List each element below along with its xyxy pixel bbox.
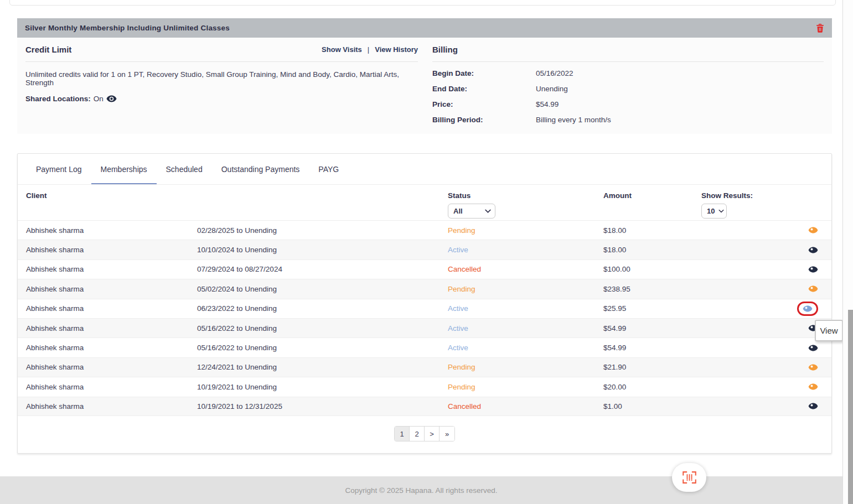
tab-payment-log[interactable]: Payment Log [27, 154, 91, 184]
status-text: Pending [448, 363, 603, 371]
membership-title: Silver Monthly Membership Including Unli… [25, 24, 230, 32]
status-text: Active [448, 344, 603, 352]
client-name: Abhishek sharma [26, 285, 197, 293]
status-text: Active [448, 324, 603, 332]
client-name: Abhishek sharma [26, 344, 197, 352]
view-eye-icon[interactable] [808, 266, 818, 273]
billing-label: Begin Date: [432, 69, 536, 77]
page-footer: Copyright © 2025 Hapana. All rights rese… [0, 476, 842, 504]
pagination-item-»[interactable]: » [440, 427, 454, 441]
membership-period: 05/16/2022 to Unending [197, 324, 448, 332]
billing-row: Begin Date:05/16/2022 [432, 69, 824, 77]
membership-row: Abhishek sharma10/19/2021 to 12/31/2025C… [18, 397, 831, 416]
amount-value: $238.95 [603, 285, 701, 293]
view-eye-icon[interactable] [808, 285, 818, 293]
billing-value: $54.99 [536, 100, 559, 108]
billing-heading: Billing [432, 45, 458, 54]
view-eye-icon[interactable] [808, 344, 818, 352]
amount-value: $54.99 [603, 324, 701, 332]
status-text: Pending [448, 285, 603, 293]
membership-row: Abhishek sharma10/10/2024 to UnendingAct… [18, 240, 831, 259]
billing-value: 05/16/2022 [536, 69, 573, 77]
amount-value: $25.95 [603, 304, 701, 313]
barcode-scan-button[interactable] [672, 463, 706, 492]
tab-bar: Payment LogMembershipsScheduledOutstandi… [18, 154, 831, 185]
billing-value: Billing every 1 month/s [536, 116, 611, 124]
tab-payg[interactable]: PAYG [309, 154, 348, 184]
client-name: Abhishek sharma [26, 324, 197, 332]
previous-card-edge [9, 0, 836, 6]
client-name: Abhishek sharma [26, 383, 197, 391]
view-eye-icon[interactable] [808, 226, 818, 234]
membership-row: Abhishek sharma02/28/2025 to UnendingPen… [18, 220, 831, 240]
view-eye-icon[interactable] [797, 302, 818, 316]
pagination-item-2[interactable]: 2 [410, 427, 425, 441]
memberships-table-card: Payment LogMembershipsScheduledOutstandi… [17, 153, 832, 454]
membership-period: 10/19/2021 to 12/31/2025 [197, 402, 448, 411]
vertical-scrollbar-thumb[interactable] [848, 310, 853, 504]
eye-icon[interactable] [106, 95, 117, 103]
tab-memberships[interactable]: Memberships [91, 154, 157, 184]
billing-value: Unending [536, 85, 568, 93]
amount-value: $54.99 [603, 344, 701, 352]
credit-limit-section: Credit Limit Show Visits | View History … [25, 38, 418, 124]
link-separator: | [368, 45, 369, 54]
show-visits-link[interactable]: Show Visits [322, 45, 362, 54]
tab-scheduled[interactable]: Scheduled [157, 154, 212, 184]
shared-locations-label: Shared Locations: [25, 95, 91, 103]
status-text: Pending [448, 226, 603, 235]
membership-row: Abhishek sharma10/19/2021 to UnendingPen… [18, 377, 831, 396]
barcode-scanner-icon [682, 471, 697, 484]
amount-value: $18.00 [603, 226, 701, 235]
billing-row: Billing Period:Billing every 1 month/s [432, 116, 824, 124]
amount-value: $100.00 [603, 265, 701, 273]
membership-period: 07/29/2024 to 08/27/2024 [197, 265, 448, 273]
membership-period: 10/10/2024 to Unending [197, 246, 448, 254]
column-header-client: Client [26, 191, 197, 220]
pagination-item-1[interactable]: 1 [395, 427, 410, 441]
view-tooltip: View [815, 320, 843, 341]
shared-locations-value: On [94, 95, 104, 103]
membership-period: 05/16/2022 to Unending [197, 344, 448, 352]
membership-row: Abhishek sharma05/16/2022 to UnendingAct… [18, 337, 831, 357]
billing-label: End Date: [432, 85, 536, 93]
view-eye-icon[interactable] [808, 383, 818, 391]
page: Silver Monthly Membership Including Unli… [0, 0, 853, 504]
amount-value: $20.00 [603, 383, 701, 391]
billing-section: Billing Begin Date:05/16/2022End Date:Un… [432, 38, 824, 124]
billing-label: Price: [432, 100, 536, 108]
status-filter-select[interactable]: All [448, 204, 495, 219]
view-eye-icon[interactable] [808, 363, 818, 371]
billing-row: Price:$54.99 [432, 100, 824, 108]
view-history-link[interactable]: View History [375, 45, 418, 54]
membership-detail-card: Silver Monthly Membership Including Unli… [17, 18, 832, 134]
delete-membership-button[interactable] [816, 23, 824, 33]
credit-limit-heading: Credit Limit [25, 45, 71, 54]
column-header-amount: Amount [603, 191, 701, 220]
membership-row: Abhishek sharma12/24/2021 to UnendingPen… [18, 357, 831, 377]
billing-rows: Begin Date:05/16/2022End Date:UnendingPr… [432, 69, 824, 124]
vertical-scrollbar-track[interactable] [842, 0, 853, 504]
membership-period: 05/02/2024 to Unending [197, 285, 448, 293]
client-name: Abhishek sharma [26, 265, 197, 273]
status-text: Active [448, 246, 603, 254]
pagination-item->[interactable]: > [425, 427, 440, 441]
tab-outstanding-payments[interactable]: Outstanding Payments [212, 154, 309, 184]
copyright-text: Copyright © 2025 Hapana. All rights rese… [345, 486, 498, 495]
membership-row: Abhishek sharma05/02/2024 to UnendingPen… [18, 279, 831, 298]
table-header-row: Client Status All Amount Show Results: [18, 185, 831, 220]
pagination: 12>» [394, 426, 455, 441]
billing-row: End Date:Unending [432, 85, 824, 93]
membership-period: 06/23/2022 to Unending [197, 304, 448, 313]
status-text: Cancelled [448, 402, 603, 411]
amount-value: $1.00 [603, 402, 701, 411]
membership-period: 12/24/2021 to Unending [197, 363, 448, 371]
view-eye-icon[interactable] [808, 402, 818, 410]
membership-card-header: Silver Monthly Membership Including Unli… [17, 18, 832, 38]
membership-row: Abhishek sharma06/23/2022 to UnendingAct… [18, 299, 831, 318]
view-eye-icon[interactable] [808, 246, 818, 254]
status-text: Cancelled [448, 265, 603, 273]
show-results-select[interactable]: 10 [701, 204, 727, 219]
membership-table-body: Abhishek sharma02/28/2025 to UnendingPen… [18, 220, 831, 416]
membership-period: 10/19/2021 to Unending [197, 383, 448, 391]
